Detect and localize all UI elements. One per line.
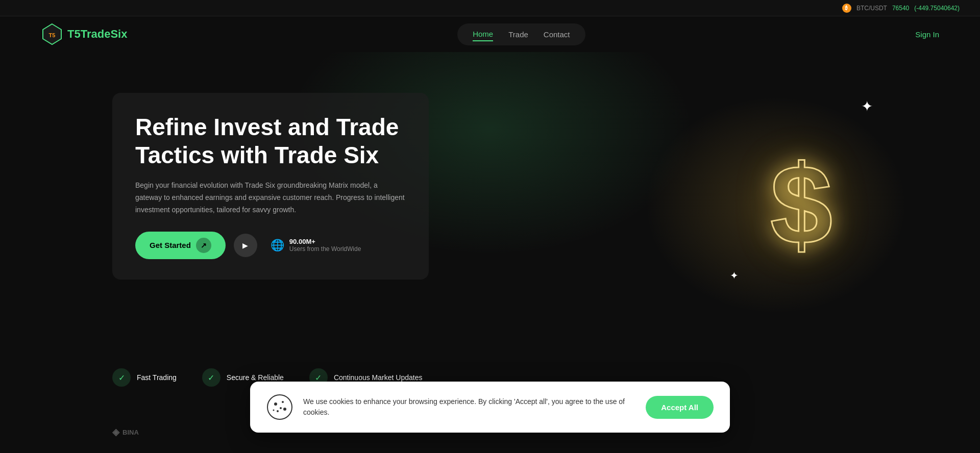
hero-title: Refine Invest and Trade Tactics with Tra… bbox=[135, 113, 406, 169]
stats-number: 90.00M+ bbox=[289, 238, 361, 245]
arrow-icon: ↗ bbox=[196, 238, 211, 253]
cookie-message: We use cookies to enhance your browsing … bbox=[303, 396, 635, 418]
ticker-price: 76540 bbox=[892, 5, 909, 12]
stats-label: Users from the WorldWide bbox=[289, 245, 361, 253]
hero-actions: Get Started ↗ ▶ 🌐 90.00M+ Users from the… bbox=[135, 232, 406, 259]
ticker-change: (-449.75040642) bbox=[914, 5, 960, 12]
nav-contact[interactable]: Contact bbox=[544, 28, 570, 41]
partner-binance: ◈ BINA bbox=[112, 426, 139, 438]
btc-icon: ₿ bbox=[842, 4, 851, 13]
logo-text: T5TradeSix bbox=[67, 28, 127, 41]
ticker-bar: ₿ BTC/USDT 76540 (-449.75040642) bbox=[0, 0, 980, 16]
svg-point-4 bbox=[282, 401, 284, 403]
feature-secure-reliable-label: Secure & Reliable bbox=[227, 373, 284, 382]
binance-logo-icon: ◈ bbox=[112, 426, 119, 438]
hero-stats: 🌐 90.00M+ Users from the WorldWide bbox=[271, 238, 361, 253]
header: T5 T5TradeSix Home Trade Contact Sign In bbox=[0, 16, 980, 52]
svg-point-5 bbox=[283, 408, 286, 411]
nav-trade[interactable]: Trade bbox=[508, 28, 528, 41]
accept-all-button[interactable]: Accept All bbox=[646, 396, 714, 419]
svg-point-6 bbox=[277, 410, 279, 412]
svg-point-2 bbox=[267, 395, 292, 419]
binance-name: BINA bbox=[122, 429, 139, 436]
feature-market-updates-label: Continuous Market Updates bbox=[334, 373, 423, 382]
globe-icon: 🌐 bbox=[271, 239, 284, 252]
svg-point-8 bbox=[273, 410, 275, 411]
sign-in-button[interactable]: Sign In bbox=[915, 30, 939, 39]
feature-fast-trading: ✓ Fast Trading bbox=[112, 368, 177, 387]
get-started-button[interactable]: Get Started ↗ bbox=[135, 232, 226, 259]
dollar-graphic: ✦ $ ✦ bbox=[715, 83, 888, 328]
logo[interactable]: T5 T5TradeSix bbox=[41, 23, 127, 45]
svg-point-3 bbox=[274, 402, 277, 406]
dollar-sign: $ bbox=[770, 141, 832, 270]
secure-reliable-icon: ✓ bbox=[202, 368, 220, 387]
svg-point-7 bbox=[280, 407, 282, 409]
star-icon-bottom: ✦ bbox=[730, 269, 739, 282]
svg-text:T5: T5 bbox=[49, 32, 56, 38]
ticker-pair: BTC/USDT bbox=[856, 5, 887, 12]
cookie-banner: We use cookies to enhance your browsing … bbox=[250, 382, 730, 433]
play-icon: ▶ bbox=[242, 241, 248, 249]
feature-fast-trading-label: Fast Trading bbox=[137, 373, 177, 382]
logo-icon: T5 bbox=[41, 23, 63, 45]
nav-home[interactable]: Home bbox=[473, 28, 493, 41]
hero-content: Refine Invest and Trade Tactics with Tra… bbox=[112, 93, 429, 280]
play-button[interactable]: ▶ bbox=[234, 234, 257, 257]
main-nav: Home Trade Contact bbox=[457, 23, 585, 45]
star-icon-top: ✦ bbox=[861, 98, 873, 115]
cookie-icon bbox=[266, 394, 293, 420]
hero-box: Refine Invest and Trade Tactics with Tra… bbox=[112, 93, 429, 280]
partners-row: ◈ BINA bbox=[112, 426, 139, 438]
hero-description: Begin your financial evolution with Trad… bbox=[135, 180, 406, 216]
fast-trading-icon: ✓ bbox=[112, 368, 131, 387]
